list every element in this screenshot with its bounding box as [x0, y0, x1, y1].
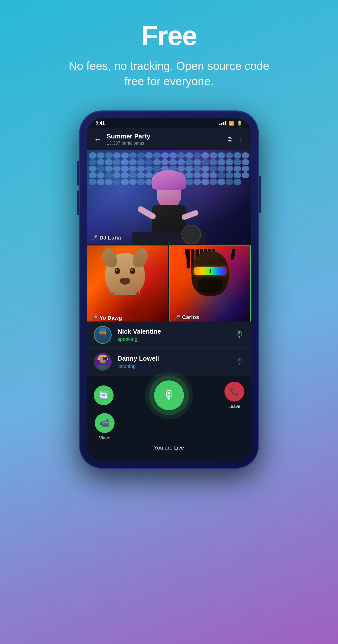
wifi-icon: 📶 — [229, 120, 234, 126]
participant-info-nick: Nick Valentine speaking — [117, 328, 235, 342]
dog-eye-right — [130, 268, 135, 274]
hang-up-button[interactable]: 📞 — [224, 382, 244, 402]
chat-header: ← Summer Party 13,337 participants ⧉ ⋮ — [87, 128, 251, 150]
mic-icon-yo-dawg: 🎤 — [91, 315, 97, 321]
video-bottom-row: 🎤 Yo Dawg — [87, 246, 251, 322]
dog-eyes — [115, 268, 135, 274]
video-icon: 📹 — [100, 418, 110, 428]
hang-up-icon: 📞 — [230, 387, 239, 396]
screen-share-icon[interactable]: ⧉ — [228, 136, 232, 143]
nick-avatar-bg — [94, 327, 111, 343]
dog-head — [105, 253, 145, 295]
video-button-wrapper: 📹 Video — [95, 413, 115, 441]
more-options-icon[interactable]: ⋮ — [238, 136, 244, 143]
carlos-head — [192, 251, 229, 296]
video-name-dj-luna: DJ Luna — [99, 234, 121, 241]
switch-camera-icon: 🔄 — [98, 390, 109, 400]
nick-mini-figure — [97, 330, 108, 340]
avatar-danny-lowell — [94, 353, 112, 371]
chat-title: Summer Party — [107, 132, 228, 140]
turntable — [181, 225, 201, 244]
participant-count: 13,337 participants — [107, 141, 228, 146]
avatar-nick-valentine — [94, 326, 112, 344]
participant-name-danny: Danny Lowell — [117, 355, 235, 362]
participant-row-danny: Danny Lowell listening 🎙 — [87, 348, 251, 376]
video-name-tag-dj-luna: 🎤 DJ Luna — [91, 234, 121, 241]
danny-camera-icon — [103, 357, 107, 360]
battery-icon: 🔋 — [237, 120, 242, 126]
bottom-controls: 🔄 🎙 📞 Leave — [87, 376, 251, 461]
video-name-carlos: Carlos — [182, 314, 199, 320]
dog-eye-left — [115, 268, 120, 274]
carlos-face — [185, 251, 235, 316]
hang-up-wrapper: 📞 Leave — [224, 382, 244, 409]
dog-necklace — [110, 291, 140, 295]
video-ctrl-row: 📹 Video — [94, 413, 244, 441]
participant-status-nick: speaking — [117, 336, 235, 342]
video-label: Video — [99, 436, 110, 441]
switch-camera-wrapper: 🔄 — [94, 386, 114, 405]
switch-camera-button[interactable]: 🔄 — [94, 386, 114, 405]
status-bar: 9:41 📶 🔋 — [87, 118, 251, 128]
video-grid: 🎤 DJ Luna — [87, 150, 251, 322]
carlos-beard — [198, 278, 222, 293]
video-cell-yo-dawg: 🎤 Yo Dawg — [87, 246, 168, 322]
video-button[interactable]: 📹 — [95, 413, 115, 433]
live-label: You are Live — [94, 444, 244, 451]
back-button[interactable]: ← — [94, 135, 102, 143]
participant-name-nick: Nick Valentine — [117, 328, 235, 336]
carlos-glasses — [194, 267, 226, 275]
mic-icon-carlos: 🎤 — [174, 314, 180, 320]
video-name-tag-carlos: 🎤 Carlos — [174, 314, 199, 320]
participant-info-danny: Danny Lowell listening — [117, 355, 235, 369]
dj-figure — [127, 165, 211, 244]
participant-status-danny: listening — [117, 363, 235, 369]
video-cell-carlos: 🎤 Carlos — [169, 246, 251, 322]
nick-mini-body — [98, 336, 107, 340]
video-name-tag-yo-dawg: 🎤 Yo Dawg — [91, 315, 122, 321]
nick-mini-beanie — [99, 328, 106, 332]
hero-title: Free — [141, 20, 197, 51]
video-cell-dj-luna: 🎤 DJ Luna — [87, 150, 251, 244]
participants-list: Nick Valentine speaking 🎙 — [87, 322, 251, 376]
controls-row: 🔄 🎙 📞 Leave — [94, 380, 244, 410]
dog-nose — [120, 278, 130, 284]
hero-subtitle: No fees, no tracking. Open source code f… — [63, 58, 275, 89]
main-mic-wrapper: 🎙 — [154, 380, 184, 410]
mic-active-icon-nick: 🎙 — [235, 330, 244, 340]
header-info: Summer Party 13,337 participants — [107, 132, 228, 146]
participant-row-nick: Nick Valentine speaking 🎙 — [87, 322, 251, 348]
phone-screen: 9:41 📶 🔋 ← Summer Party 13,337 participa… — [87, 118, 251, 461]
status-icons: 📶 🔋 — [219, 120, 242, 126]
danny-avatar-bg — [94, 354, 111, 370]
mic-icon-dj-luna: 🎤 — [91, 235, 97, 241]
signal-icon — [219, 121, 226, 125]
danny-mini-body — [98, 365, 107, 369]
main-mic-button[interactable]: 🎙 — [154, 380, 184, 410]
status-time: 9:41 — [96, 121, 105, 126]
dj-table — [132, 232, 206, 244]
dog-face — [105, 253, 150, 302]
header-actions: ⧉ ⋮ — [228, 136, 244, 143]
mic-muted-icon-danny: 🎙 — [235, 357, 244, 367]
video-name-yo-dawg: Yo Dawg — [99, 315, 122, 321]
phone-mockup: 9:41 📶 🔋 ← Summer Party 13,337 participa… — [80, 111, 258, 468]
main-mic-icon: 🎙 — [163, 388, 175, 402]
hang-up-label: Leave — [228, 404, 240, 409]
